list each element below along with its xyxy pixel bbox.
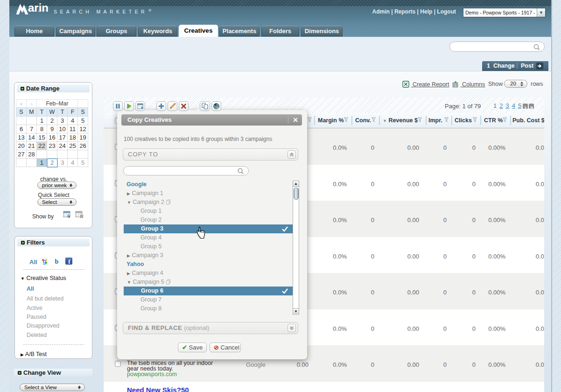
svg-text:b: b — [55, 258, 59, 265]
svg-text:f: f — [68, 258, 70, 265]
